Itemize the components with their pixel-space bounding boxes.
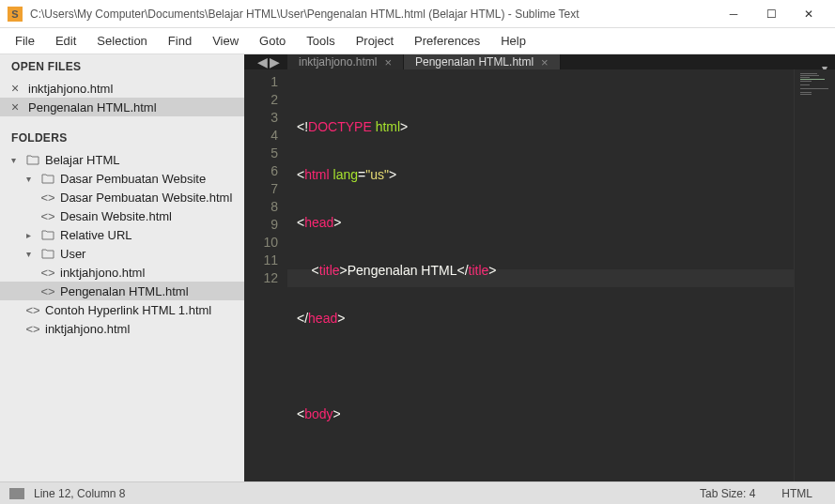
window-controls: ─ ☐ ✕: [715, 1, 827, 27]
line-number: 10: [248, 234, 278, 252]
line-number: 6: [248, 162, 278, 180]
chevron-down-icon: ▾: [26, 249, 36, 259]
code-file-icon: <>: [26, 322, 39, 336]
status-tab-size[interactable]: Tab Size: 4: [687, 487, 768, 500]
file-item[interactable]: <> Pengenalan HTML.html: [0, 282, 244, 300]
line-number: 3: [248, 109, 278, 127]
folder-label: Belajar HTML: [45, 153, 119, 167]
folder-icon: [26, 154, 39, 165]
code-file-icon: <>: [26, 303, 39, 317]
folder-item[interactable]: ▾ User: [0, 244, 244, 263]
close-icon[interactable]: ×: [11, 81, 23, 96]
tab[interactable]: inktjahjono.html ×: [287, 54, 404, 69]
chevron-right-icon: ▸: [26, 230, 36, 240]
line-number: 7: [248, 180, 278, 198]
chevron-down-icon: ▾: [11, 155, 21, 165]
menu-view[interactable]: View: [203, 30, 248, 52]
menu-selection[interactable]: Selection: [87, 30, 156, 52]
close-icon[interactable]: ×: [11, 99, 23, 115]
folder-item[interactable]: ▸ Relative URL: [0, 225, 244, 244]
code-lang-value: "us": [365, 167, 389, 182]
close-button[interactable]: ✕: [790, 1, 827, 27]
line-number: 11: [248, 252, 278, 269]
folder-item[interactable]: ▾ Dasar Pembuatan Website: [0, 169, 244, 188]
file-item[interactable]: <> inktjahjono.html: [0, 263, 244, 282]
tab[interactable]: Pengenalan HTML.html ×: [404, 54, 561, 69]
open-file-label: Pengenalan HTML.html: [28, 100, 157, 115]
gutter: 1 2 3 4 5 6 7 8 9 10 11 12: [244, 69, 287, 481]
line-number: 8: [248, 198, 278, 216]
file-item[interactable]: <> Desain Website.html: [0, 206, 244, 225]
menu-help[interactable]: Help: [491, 30, 535, 52]
folder-label: User: [60, 247, 85, 261]
line-number: 2: [248, 91, 278, 109]
status-position[interactable]: Line 12, Column 8: [34, 487, 125, 500]
maximize-button[interactable]: ☐: [752, 1, 790, 27]
code-file-icon: <>: [41, 191, 54, 205]
tab-label: inktjahjono.html: [299, 55, 377, 69]
open-file-item[interactable]: × inktjahjono.html: [0, 79, 244, 98]
tab-nav: ◀ ▶: [250, 54, 287, 69]
code-file-icon: <>: [41, 266, 54, 280]
menubar: File Edit Selection Find View Goto Tools…: [0, 28, 835, 54]
folder-icon: [41, 173, 54, 184]
titlebar: S C:\Users\My Computer\Documents\Belajar…: [0, 0, 835, 28]
open-file-item[interactable]: × Pengenalan HTML.html: [0, 98, 244, 116]
line-number: 1: [248, 73, 278, 91]
sidebar: OPEN FILES × inktjahjono.html × Pengenal…: [0, 54, 244, 481]
folder-icon: [41, 229, 54, 240]
minimize-button[interactable]: ─: [715, 1, 752, 27]
tabbar: ◀ ▶ inktjahjono.html × Pengenalan HTML.h…: [244, 54, 835, 69]
code-body[interactable]: 1 2 3 4 5 6 7 8 9 10 11 12 <!DOCTYPE htm…: [244, 69, 835, 481]
code-file-icon: <>: [41, 209, 54, 223]
file-label: Dasar Pembuatan Website.html: [60, 191, 232, 205]
file-label: inktjahjono.html: [45, 322, 130, 336]
nav-forward-icon[interactable]: ▶: [270, 54, 280, 69]
menu-project[interactable]: Project: [347, 30, 403, 52]
chevron-down-icon: ▾: [26, 174, 36, 184]
menu-preferences[interactable]: Preferences: [405, 30, 489, 52]
open-file-label: inktjahjono.html: [28, 82, 113, 96]
folder-label: Dasar Pembuatan Website: [60, 172, 206, 186]
status-syntax[interactable]: HTML: [768, 487, 826, 500]
panel-icon[interactable]: [9, 488, 24, 499]
file-label: inktjahjono.html: [60, 266, 145, 280]
line-number: 5: [248, 145, 278, 162]
tab-label: Pengenalan HTML.html: [415, 55, 533, 69]
menu-find[interactable]: Find: [159, 30, 201, 52]
app-icon: S: [8, 7, 23, 22]
file-label: Pengenalan HTML.html: [60, 284, 189, 298]
menu-tools[interactable]: Tools: [297, 30, 344, 52]
code-content[interactable]: <!DOCTYPE html> <html lang="us"> <head> …: [287, 69, 794, 481]
menu-goto[interactable]: Goto: [250, 30, 295, 52]
folder-item[interactable]: ▾ Belajar HTML: [0, 150, 244, 169]
current-line-highlight: [287, 269, 794, 287]
close-icon[interactable]: ×: [384, 55, 392, 69]
line-number: 4: [248, 127, 278, 145]
folder-icon: [41, 248, 54, 259]
editor-area: ◀ ▶ inktjahjono.html × Pengenalan HTML.h…: [244, 54, 835, 481]
folders-title: FOLDERS: [0, 126, 244, 150]
folder-label: Relative URL: [60, 228, 132, 242]
line-number: 12: [248, 269, 278, 287]
main: OPEN FILES × inktjahjono.html × Pengenal…: [0, 54, 835, 481]
file-label: Contoh Hyperlink HTML 1.html: [45, 303, 211, 317]
window-title: C:\Users\My Computer\Documents\Belajar H…: [30, 8, 715, 21]
code-file-icon: <>: [41, 284, 54, 298]
minimap[interactable]: [794, 69, 835, 481]
open-files-title: OPEN FILES: [0, 54, 244, 79]
file-item[interactable]: <> Dasar Pembuatan Website.html: [0, 188, 244, 206]
file-label: Desain Website.html: [60, 209, 172, 223]
line-number: 9: [248, 216, 278, 234]
file-item[interactable]: <> inktjahjono.html: [0, 319, 244, 338]
nav-back-icon[interactable]: ◀: [257, 54, 268, 69]
close-icon[interactable]: ×: [541, 55, 549, 69]
menu-file[interactable]: File: [6, 30, 44, 52]
file-item[interactable]: <> Contoh Hyperlink HTML 1.html: [0, 300, 244, 319]
menu-edit[interactable]: Edit: [46, 30, 85, 52]
statusbar: Line 12, Column 8 Tab Size: 4 HTML: [0, 481, 835, 504]
